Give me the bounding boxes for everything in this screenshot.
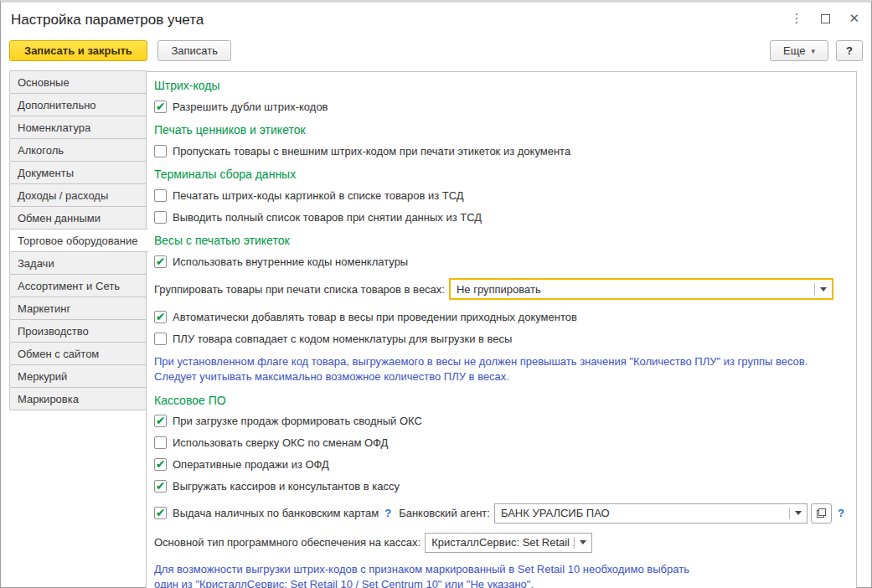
checkbox-box[interactable]: ✔ [154, 311, 167, 323]
save-button[interactable]: Записать [157, 40, 231, 61]
bank-agent-field[interactable]: БАНК УРАЛСИБ ПАО [494, 503, 808, 524]
bank-agent-help-link[interactable]: ? [838, 507, 844, 519]
checkbox-box[interactable]: ✔ [154, 101, 167, 113]
sidebar-item-obmen-dannymi[interactable]: Обмен данными [9, 206, 147, 230]
section-header-pos-software: Кассовое ПО [154, 394, 844, 407]
open-form-button[interactable] [811, 503, 832, 524]
toolbar: Записать и закрыть Записать Еще ▾ ? [9, 40, 863, 62]
sidebar-item-markirovka[interactable]: Маркировка [9, 387, 147, 410]
checkbox-label[interactable]: ПЛУ товара совпадает с кодом номенклатур… [173, 333, 512, 345]
settings-panel: Штрих-коды ✔ Разрешить дубли штрих-кодов… [146, 71, 857, 588]
section-header-labels-printing: Печать ценников и этикеток [154, 123, 844, 137]
grouping-field-row: Группировать товары при печати списка то… [154, 278, 844, 300]
close-icon[interactable]: ✕ [849, 12, 859, 25]
checkbox-plu-matches-code[interactable]: ПЛУ товара совпадает с кодом номенклатур… [154, 331, 844, 346]
sidebar-item-merkuriy[interactable]: Меркурий [9, 364, 147, 388]
toolbar-right: Еще ▾ ? [770, 40, 863, 61]
checkbox-unload-cashiers[interactable]: ✔ Выгружать кассиров и консультантов в к… [154, 479, 844, 494]
sidebar-tabs: Основные Дополнительно Номенклатура Алко… [9, 71, 147, 410]
sidebar-item-osnovnye[interactable]: Основные [9, 70, 147, 94]
sidebar-item-dokhody-raskhody[interactable]: Доходы / расходы [9, 183, 147, 207]
checkbox-label[interactable]: Выводить полный список товаров при сняти… [173, 211, 482, 224]
pos-software-row: Основной тип программного обеспечения на… [154, 533, 844, 553]
dropdown-arrow-icon[interactable] [815, 280, 832, 298]
sidebar-item-nomenklatura[interactable]: Номенклатура [9, 116, 147, 139]
sidebar-item-proizvodstvo[interactable]: Производство [9, 319, 147, 343]
more-button[interactable]: Еще ▾ [770, 40, 828, 61]
checkbox-label[interactable]: Автоматически добавлять товар в весы при… [173, 311, 577, 323]
section-header-data-terminals: Терминалы сбора данных [154, 168, 844, 181]
sidebar-item-dopolnitelno[interactable]: Дополнительно [9, 93, 147, 116]
checkbox-box[interactable] [154, 436, 167, 449]
save-and-close-button[interactable]: Записать и закрыть [9, 40, 147, 61]
checkbox-allow-barcode-duplicates[interactable]: ✔ Разрешить дубли штрих-кодов [154, 99, 844, 114]
sidebar-item-alkogol[interactable]: Алкоголь [9, 138, 147, 162]
sidebar-item-zadachi[interactable]: Задачи [9, 251, 147, 275]
chevron-down-icon: ▾ [811, 47, 815, 55]
bank-agent-value[interactable]: БАНК УРАЛСИБ ПАО [495, 504, 789, 523]
checkbox-label[interactable]: Использовать сверку ОКС по сменам ОФД [173, 436, 388, 449]
grouping-select-value[interactable]: Не группировать [451, 280, 814, 298]
checkbox-label[interactable]: При загрузке продаж формировать сводный … [173, 415, 422, 427]
checkbox-print-barcode-image[interactable]: Печатать штрих-коды картинкой в списке т… [154, 188, 844, 203]
checkbox-operative-sales-ofd[interactable]: ✔ Оперативные продажи из ОФД [154, 457, 844, 472]
checkbox-box[interactable] [154, 189, 167, 202]
maximize-glyph [821, 14, 830, 23]
checkbox-label[interactable]: Печатать штрих-коды картинкой в списке т… [173, 189, 464, 202]
checkbox-box[interactable] [154, 211, 167, 224]
window-controls: ⋮ ✕ [790, 12, 859, 25]
dropdown-arrow-glyph [820, 287, 827, 291]
checkbox-oks-ofd-check[interactable]: Использовать сверку ОКС по сменам ОФД [154, 436, 844, 451]
pos-software-select[interactable]: КристаллСервис: Set Retail 10 / Set Cent… [425, 533, 592, 553]
help-button[interactable]: ? [836, 40, 863, 61]
grouping-select[interactable]: Не группировать [449, 278, 833, 300]
maximize-icon[interactable] [821, 12, 830, 25]
checkbox-skip-external-barcode[interactable]: Пропускать товары с внешним штрих-кодом … [154, 143, 844, 158]
checkbox-label[interactable]: Выдача наличных по банковским картам [173, 507, 379, 519]
dropdown-arrow-icon[interactable] [575, 534, 591, 552]
scales-note: При установленном флаге код товара, выгр… [154, 354, 844, 384]
page-title: Настройка параметров учета [11, 12, 204, 28]
pos-software-label: Основной тип программного обеспечения на… [154, 536, 421, 549]
dropdown-arrow-glyph [795, 511, 802, 515]
checkbox-box[interactable]: ✔ [154, 415, 167, 427]
checkbox-box[interactable]: ✔ [154, 480, 167, 493]
checkbox-label[interactable]: Использовать внутренние коды номенклатур… [173, 255, 408, 268]
checkbox-full-tsd-list[interactable]: Выводить полный список товаров при сняти… [154, 209, 844, 224]
more-button-label: Еще [783, 44, 805, 57]
dropdown-arrow-icon[interactable] [790, 504, 807, 523]
sidebar-item-torgovoe-oborudovanie[interactable]: Торговое оборудование [9, 229, 148, 252]
titlebar: Настройка параметров учета ⋮ ✕ [1, 5, 871, 37]
bank-agent-label: Банковский агент: [399, 507, 490, 519]
open-form-icon [817, 508, 826, 518]
bank-agent-row: ✔ Выдача наличных по банковским картам ?… [154, 503, 844, 524]
checkbox-internal-codes[interactable]: ✔ Использовать внутренние коды номенклат… [154, 254, 844, 269]
cash-withdrawal-help-link[interactable]: ? [384, 507, 391, 519]
settings-window: Настройка параметров учета ⋮ ✕ Записать … [0, 0, 872, 588]
checkbox-box[interactable]: ✔ [154, 458, 167, 471]
checkbox-summary-oks[interactable]: ✔ При загрузке продаж формировать сводны… [154, 414, 844, 429]
checkbox-box[interactable] [154, 145, 167, 157]
dropdown-arrow-glyph [580, 540, 586, 544]
checkbox-label[interactable]: Выгружать кассиров и консультантов в кас… [173, 480, 400, 493]
section-header-barcodes: Штрих-коды [154, 79, 844, 92]
set-retail-note: Для возможности выгрузки штрих-кодов с п… [154, 562, 707, 588]
checkbox-label[interactable]: Пропускать товары с внешним штрих-кодом … [173, 145, 570, 157]
section-header-scales: Весы с печатью этикеток [154, 234, 844, 247]
checkbox-box[interactable] [154, 333, 167, 345]
sidebar-item-assortiment-i-set[interactable]: Ассортимент и Сеть [9, 274, 147, 297]
grouping-field-label: Группировать товары при печати списка то… [154, 283, 445, 296]
checkbox-label[interactable]: Разрешить дубли штрих-кодов [173, 101, 328, 113]
sidebar-item-obmen-s-saytom[interactable]: Обмен с сайтом [9, 342, 147, 365]
checkbox-box[interactable]: ✔ [154, 255, 167, 268]
pos-software-value[interactable]: КристаллСервис: Set Retail 10 / Set Cent… [426, 534, 574, 552]
checkbox-cash-withdrawal[interactable]: ✔ [154, 507, 167, 519]
checkbox-auto-add-to-scales[interactable]: ✔ Автоматически добавлять товар в весы п… [154, 309, 844, 324]
checkbox-label[interactable]: Оперативные продажи из ОФД [173, 458, 329, 471]
sidebar-item-marketing[interactable]: Маркетинг [9, 297, 147, 320]
sidebar-item-dokumenty[interactable]: Документы [9, 161, 147, 184]
window-menu-icon[interactable]: ⋮ [790, 12, 802, 25]
